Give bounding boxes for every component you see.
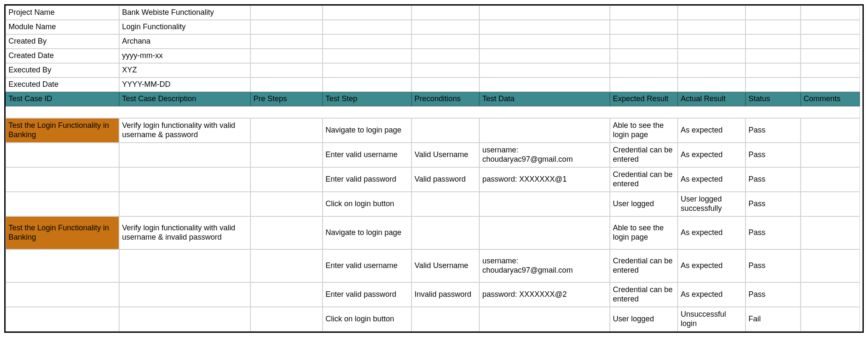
pre-steps-cell[interactable] xyxy=(250,282,323,307)
status-cell[interactable]: Pass xyxy=(746,192,801,216)
test-case-id-cell[interactable] xyxy=(6,282,119,307)
status-cell[interactable]: Pass xyxy=(746,167,801,192)
actual-result-cell[interactable]: Unsuccessful login xyxy=(678,307,746,332)
meta-empty[interactable] xyxy=(250,6,323,20)
meta-empty[interactable] xyxy=(479,34,610,49)
actual-result-cell[interactable]: As expected xyxy=(678,167,746,192)
test-step-cell[interactable]: Click on login button xyxy=(323,192,412,216)
meta-empty[interactable] xyxy=(479,20,610,34)
status-cell[interactable]: Fail xyxy=(746,307,801,332)
test-case-description-cell[interactable] xyxy=(119,249,250,282)
test-data-cell[interactable] xyxy=(479,216,610,249)
comments-cell[interactable] xyxy=(801,249,860,282)
pre-steps-cell[interactable] xyxy=(250,118,323,143)
meta-empty[interactable] xyxy=(678,77,746,92)
test-data-cell[interactable]: password: XXXXXXX@2 xyxy=(479,282,610,307)
meta-empty[interactable] xyxy=(610,63,678,77)
actual-result-cell[interactable]: As expected xyxy=(678,249,746,282)
meta-label-2[interactable]: Created By xyxy=(6,34,119,49)
meta-empty[interactable] xyxy=(801,34,860,49)
meta-label-5[interactable]: Executed Date xyxy=(6,77,119,92)
meta-empty[interactable] xyxy=(610,77,678,92)
test-case-id-cell[interactable] xyxy=(6,249,119,282)
meta-empty[interactable] xyxy=(746,20,801,34)
meta-empty[interactable] xyxy=(479,63,610,77)
test-case-description-cell[interactable] xyxy=(119,192,250,216)
status-cell[interactable]: Pass xyxy=(746,143,801,167)
expected-result-cell[interactable]: Able to see the login page xyxy=(610,118,678,143)
actual-result-cell[interactable]: As expected xyxy=(678,118,746,143)
test-data-cell[interactable]: username: choudaryac97@gmail.com xyxy=(479,249,610,282)
meta-empty[interactable] xyxy=(801,20,860,34)
meta-empty[interactable] xyxy=(610,34,678,49)
col-header-5[interactable]: Test Data xyxy=(479,92,610,106)
meta-empty[interactable] xyxy=(610,6,678,20)
preconditions-cell[interactable]: Valid password xyxy=(412,167,479,192)
status-cell[interactable]: Pass xyxy=(746,118,801,143)
test-step-cell[interactable]: Navigate to login page xyxy=(323,118,412,143)
meta-empty[interactable] xyxy=(323,34,412,49)
test-data-cell[interactable] xyxy=(479,118,610,143)
col-header-0[interactable]: Test Case ID xyxy=(6,92,119,106)
meta-empty[interactable] xyxy=(323,6,412,20)
test-case-description-cell[interactable]: Verify login functionality with valid us… xyxy=(119,118,250,143)
meta-empty[interactable] xyxy=(323,20,412,34)
test-data-cell[interactable] xyxy=(479,192,610,216)
expected-result-cell[interactable]: Credential can be entered xyxy=(610,282,678,307)
meta-empty[interactable] xyxy=(610,20,678,34)
meta-value-4[interactable]: XYZ xyxy=(119,63,250,77)
meta-empty[interactable] xyxy=(479,77,610,92)
preconditions-cell[interactable]: Valid Username xyxy=(412,249,479,282)
comments-cell[interactable] xyxy=(801,192,860,216)
col-header-3[interactable]: Test Step xyxy=(323,92,412,106)
meta-label-0[interactable]: Project Name xyxy=(6,6,119,20)
meta-empty[interactable] xyxy=(801,77,860,92)
pre-steps-cell[interactable] xyxy=(250,167,323,192)
meta-empty[interactable] xyxy=(479,6,610,20)
comments-cell[interactable] xyxy=(801,167,860,192)
meta-empty[interactable] xyxy=(746,34,801,49)
preconditions-cell[interactable] xyxy=(412,216,479,249)
test-case-id-cell[interactable] xyxy=(6,192,119,216)
comments-cell[interactable] xyxy=(801,216,860,249)
meta-empty[interactable] xyxy=(801,6,860,20)
test-case-id-cell[interactable] xyxy=(6,167,119,192)
test-step-cell[interactable]: Enter valid password xyxy=(323,167,412,192)
test-step-cell[interactable]: Enter valid password xyxy=(323,282,412,307)
meta-empty[interactable] xyxy=(412,34,479,49)
test-step-cell[interactable]: Enter valid username xyxy=(323,143,412,167)
meta-empty[interactable] xyxy=(746,63,801,77)
col-header-8[interactable]: Status xyxy=(746,92,801,106)
preconditions-cell[interactable] xyxy=(412,118,479,143)
pre-steps-cell[interactable] xyxy=(250,307,323,332)
actual-result-cell[interactable]: User logged successfully xyxy=(678,192,746,216)
comments-cell[interactable] xyxy=(801,307,860,332)
meta-empty[interactable] xyxy=(412,77,479,92)
test-case-description-cell[interactable] xyxy=(119,143,250,167)
expected-result-cell[interactable]: Credential can be entered xyxy=(610,249,678,282)
test-case-description-cell[interactable] xyxy=(119,307,250,332)
meta-empty[interactable] xyxy=(678,6,746,20)
pre-steps-cell[interactable] xyxy=(250,143,323,167)
comments-cell[interactable] xyxy=(801,143,860,167)
actual-result-cell[interactable]: As expected xyxy=(678,143,746,167)
test-step-cell[interactable]: Enter valid username xyxy=(323,249,412,282)
preconditions-cell[interactable]: Valid Username xyxy=(412,143,479,167)
meta-empty[interactable] xyxy=(746,77,801,92)
meta-empty[interactable] xyxy=(250,20,323,34)
comments-cell[interactable] xyxy=(801,118,860,143)
meta-value-1[interactable]: Login Functionality xyxy=(119,20,250,34)
meta-empty[interactable] xyxy=(412,49,479,63)
meta-empty[interactable] xyxy=(323,49,412,63)
meta-empty[interactable] xyxy=(412,6,479,20)
pre-steps-cell[interactable] xyxy=(250,249,323,282)
test-case-id-cell[interactable]: Test the Login Functionality in Banking xyxy=(6,118,119,143)
meta-empty[interactable] xyxy=(323,63,412,77)
preconditions-cell[interactable] xyxy=(412,307,479,332)
meta-empty[interactable] xyxy=(412,63,479,77)
test-data-cell[interactable]: password: XXXXXXX@1 xyxy=(479,167,610,192)
expected-result-cell[interactable]: Able to see the login page xyxy=(610,216,678,249)
meta-empty[interactable] xyxy=(678,20,746,34)
preconditions-cell[interactable]: Invalid password xyxy=(412,282,479,307)
status-cell[interactable]: Pass xyxy=(746,216,801,249)
